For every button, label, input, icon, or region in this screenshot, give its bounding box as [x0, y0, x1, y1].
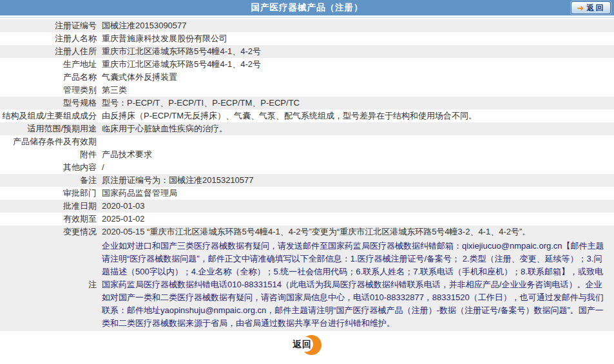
table-row-product_name: 产品名称 气囊式体外反搏装置: [0, 71, 614, 84]
table-row-valid_until: 有效期至 2025-01-02: [0, 213, 614, 225]
table-row-storage: 产品储存条件及有效期: [0, 135, 614, 148]
field-label: 结构及组成/主要组成成分: [0, 110, 102, 122]
field-value: 临床用于心脏缺血性疾病的治疗。: [102, 122, 614, 135]
field-label: 注: [0, 278, 102, 291]
field-label: 审批部门: [0, 187, 102, 200]
field-label: 产品名称: [0, 71, 102, 84]
table-row-reg_cert_no: 注册证编号 国械注准20153090577: [0, 19, 614, 32]
back-button-top[interactable]: ➜ 返回: [571, 1, 611, 14]
field-value: 国械注准20153090577: [102, 19, 614, 32]
field-value: 2020-05-15 “重庆市江北区港城东环路5号4幢4-1、4-2号”变更为“…: [102, 225, 614, 238]
field-value: 重庆普施康科技发展股份有限公司: [102, 32, 614, 45]
table-row-reg_address: 注册人住所 重庆市江北区港城东环路5号4幢4-1、4-2号: [0, 45, 614, 58]
field-label: 型号规格: [0, 97, 102, 110]
field-value: /: [102, 161, 614, 174]
field-label: 备注: [0, 174, 102, 187]
field-label: 批准日期: [0, 200, 102, 213]
table-row-changes: 变更情况 2020-05-15 “重庆市江北区港城东环路5号4幢4-1、4-2号…: [0, 225, 614, 238]
field-value: 由反搏床（P-ECP/TM无反搏床）、气囊、气泵、配气系统组成，型号差异在于结构…: [102, 110, 614, 122]
back-button-label: 返回: [586, 3, 604, 14]
page-title: 国产医疗器械产品（注册）: [251, 2, 363, 14]
field-value: 第三类: [102, 84, 614, 97]
field-value: 原注册证编号为：国械注准20153210577: [102, 174, 614, 187]
field-label: 生产地址: [0, 58, 102, 71]
field-value: 气囊式体外反搏装置: [102, 71, 614, 84]
field-value: 重庆市江北区港城东环路5号4幢4-1、4-2号: [102, 58, 614, 71]
field-label: 注册证编号: [0, 19, 102, 32]
table-row-mgmt_class: 管理类别 第三类: [0, 84, 614, 97]
back-button-bottom[interactable]: 返回: [293, 335, 321, 355]
field-value: 重庆市江北区港城东环路5号4幢4-1、4-2号: [102, 45, 614, 58]
field-value: 型号：P-ECP/T、P-ECP/TI、P-ECP/TM、P-ECP/TC: [102, 97, 614, 110]
table-row-composition: 结构及组成/主要组成成分 由反搏床（P-ECP/TM无反搏床）、气囊、气泵、配气…: [0, 110, 614, 122]
field-value: [102, 135, 614, 148]
field-label: 注册人名称: [0, 32, 102, 45]
field-label: 其他内容: [0, 161, 102, 174]
title-bar: 国产医疗器械产品（注册） ➜ 返回: [0, 0, 614, 15]
table-row-remark: 备注 原注册证编号为：国械注准20153210577: [0, 174, 614, 187]
table-row-intended_use: 适用范围/预期用途 临床用于心脏缺血性疾病的治疗。: [0, 122, 614, 135]
table-row-prod_address: 生产地址 重庆市江北区港城东环路5号4幢4-1、4-2号: [0, 58, 614, 71]
table-row-approval_dept: 审批部门 国家药品监督管理局: [0, 187, 614, 200]
field-value: 国家药品监督管理局: [102, 187, 614, 200]
field-label: 产品储存条件及有效期: [0, 135, 102, 148]
field-value: 产品技术要求: [102, 148, 614, 161]
field-label: 注册人住所: [0, 45, 102, 58]
table-row-model_spec: 型号规格 型号：P-ECP/T、P-ECP/TI、P-ECP/TM、P-ECP/…: [0, 97, 614, 110]
field-value: 2020-01-03: [102, 200, 614, 213]
field-value: 2025-01-02: [102, 213, 614, 225]
table-row-approval_date: 批准日期 2020-01-03: [0, 200, 614, 213]
field-label: 变更情况: [0, 225, 102, 238]
back-button-bottom-label: 返回: [293, 339, 312, 350]
header-divider: [0, 17, 614, 18]
table-row-note: 注 企业如对进口和国产三类医疗器械数据有疑问，请发送邮件至国家药监局医疗器械数据…: [0, 238, 614, 331]
table-row-other_content: 其他内容 /: [0, 161, 614, 174]
table-row-registrant: 注册人名称 重庆普施康科技发展股份有限公司: [0, 32, 614, 45]
field-label: 适用范围/预期用途: [0, 122, 102, 135]
field-label: 有效期至: [0, 213, 102, 225]
field-label: 管理类别: [0, 84, 102, 97]
field-value: 企业如对进口和国产三类医疗器械数据有疑问，请发送邮件至国家药监局医疗器械数据纠错…: [102, 240, 614, 330]
footer: 返回: [0, 333, 614, 356]
info-table: 注册证编号 国械注准20153090577 注册人名称 重庆普施康科技发展股份有…: [0, 19, 614, 331]
table-row-attachment: 附件 产品技术要求: [0, 148, 614, 161]
arrow-right-icon: ➜: [577, 4, 584, 12]
field-label: 附件: [0, 148, 102, 161]
